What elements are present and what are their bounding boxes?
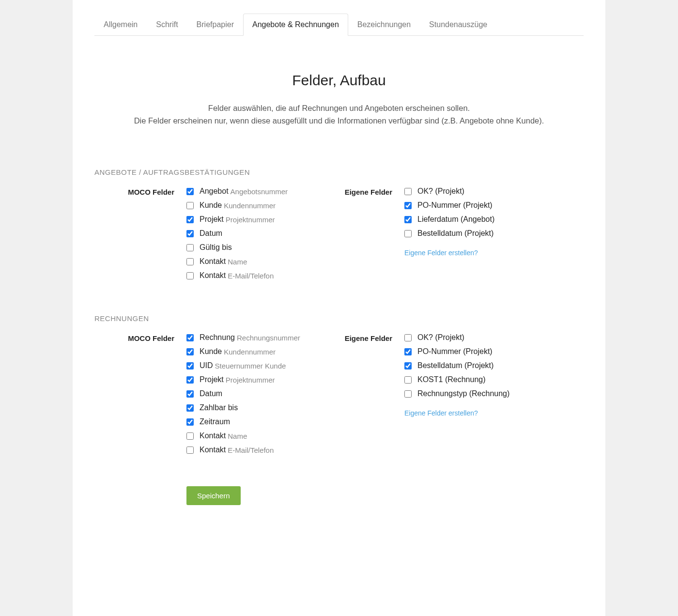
- page-title: Felder, Aufbau: [116, 72, 562, 89]
- field-sub-label: Name: [228, 432, 247, 440]
- link-create-custom-fields-invoices[interactable]: Eigene Felder erstellen?: [404, 409, 478, 417]
- field-checkbox[interactable]: [404, 348, 412, 355]
- field-checkbox[interactable]: [404, 390, 412, 398]
- tab-schrift[interactable]: Schrift: [147, 14, 187, 36]
- section-heading-offers: ANGEBOTE / AUFTRAGSBESTÄTIGUNGEN: [94, 168, 584, 176]
- label-eigene-felder-invoices: Eigene Felder: [341, 333, 404, 460]
- field-row: KontaktName: [186, 257, 341, 266]
- field-checkbox[interactable]: [186, 432, 194, 440]
- field-sub-label: Name: [228, 258, 247, 266]
- field-sub-label: Angebotsnummer: [231, 187, 288, 196]
- tab-angebote-rechnungen[interactable]: Angebote & Rechnungen: [243, 14, 348, 36]
- field-row: KOST1 (Rechnung): [404, 375, 584, 384]
- field-checkbox[interactable]: [186, 272, 194, 279]
- field-main-label: Kontakt: [200, 271, 226, 280]
- field-row: OK? (Projekt): [404, 187, 584, 196]
- field-main-label: Bestelldatum (Projekt): [417, 229, 493, 238]
- field-main-label: Datum: [200, 389, 222, 398]
- tab-stundenauszuege[interactable]: Stundenauszüge: [420, 14, 496, 36]
- field-checkbox[interactable]: [404, 188, 412, 195]
- field-main-label: Kunde: [200, 201, 222, 210]
- field-sub-label: Steuernummer Kunde: [215, 362, 286, 370]
- field-checkbox[interactable]: [186, 188, 194, 195]
- field-checkbox[interactable]: [186, 244, 194, 251]
- field-checkbox[interactable]: [186, 202, 194, 209]
- label-moco-felder-offers: MOCO Felder: [94, 187, 186, 285]
- field-checkbox[interactable]: [186, 230, 194, 237]
- field-main-label: Datum: [200, 229, 222, 238]
- field-row: Bestelldatum (Projekt): [404, 361, 584, 370]
- field-sub-label: Kundennummer: [224, 201, 276, 210]
- link-create-custom-fields-offers[interactable]: Eigene Felder erstellen?: [404, 249, 478, 257]
- label-moco-felder-invoices: MOCO Felder: [94, 333, 186, 460]
- offers-moco-field-list: AngebotAngebotsnummerKundeKundennummerPr…: [186, 187, 341, 285]
- field-row: Zeitraum: [186, 417, 341, 426]
- field-main-label: Rechnung: [200, 333, 235, 342]
- label-eigene-felder-offers: Eigene Felder: [341, 187, 404, 285]
- field-main-label: OK? (Projekt): [417, 187, 464, 196]
- field-row: KundeKundennummer: [186, 201, 341, 210]
- field-main-label: PO-Nummer (Projekt): [417, 201, 493, 210]
- field-checkbox[interactable]: [186, 447, 194, 454]
- field-row: Rechnungstyp (Rechnung): [404, 389, 584, 398]
- field-checkbox[interactable]: [404, 202, 412, 209]
- field-row: KontaktName: [186, 431, 341, 440]
- field-checkbox[interactable]: [186, 418, 194, 426]
- field-main-label: OK? (Projekt): [417, 333, 464, 342]
- field-checkbox[interactable]: [404, 334, 412, 341]
- field-checkbox[interactable]: [186, 376, 194, 384]
- field-row: KontaktE-Mail/Telefon: [186, 271, 341, 280]
- field-row: Lieferdatum (Angebot): [404, 215, 584, 224]
- field-main-label: Projekt: [200, 375, 224, 384]
- field-checkbox[interactable]: [186, 390, 194, 398]
- field-main-label: Angebot: [200, 187, 229, 196]
- field-checkbox[interactable]: [186, 258, 194, 265]
- field-checkbox[interactable]: [404, 216, 412, 223]
- field-main-label: Projekt: [200, 215, 224, 224]
- field-row: Datum: [186, 389, 341, 398]
- field-checkbox[interactable]: [186, 334, 194, 341]
- tab-allgemein[interactable]: Allgemein: [94, 14, 147, 36]
- field-row: ProjektProjektnummer: [186, 215, 341, 224]
- field-checkbox[interactable]: [404, 362, 412, 370]
- field-row: PO-Nummer (Projekt): [404, 201, 584, 210]
- field-checkbox[interactable]: [404, 230, 412, 237]
- tab-briefpapier[interactable]: Briefpapier: [187, 14, 243, 36]
- field-row: Zahlbar bis: [186, 403, 341, 412]
- field-row: ProjektProjektnummer: [186, 375, 341, 384]
- field-main-label: Zeitraum: [200, 417, 230, 426]
- field-row: UIDSteuernummer Kunde: [186, 361, 341, 370]
- field-sub-label: E-Mail/Telefon: [228, 272, 274, 280]
- field-sub-label: E-Mail/Telefon: [228, 446, 274, 454]
- field-row: RechnungRechnungsnummer: [186, 333, 341, 342]
- field-checkbox[interactable]: [404, 376, 412, 384]
- field-checkbox[interactable]: [186, 216, 194, 223]
- field-row: OK? (Projekt): [404, 333, 584, 342]
- field-main-label: Kontakt: [200, 257, 226, 266]
- field-main-label: Zahlbar bis: [200, 403, 238, 412]
- field-row: KundeKundennummer: [186, 347, 341, 356]
- field-row: Datum: [186, 229, 341, 238]
- field-checkbox[interactable]: [186, 404, 194, 412]
- field-sub-label: Projektnummer: [226, 376, 275, 384]
- field-row: PO-Nummer (Projekt): [404, 347, 584, 356]
- field-main-label: Rechnungstyp (Rechnung): [417, 389, 509, 398]
- section-heading-invoices: RECHNUNGEN: [94, 314, 584, 323]
- field-row: AngebotAngebotsnummer: [186, 187, 341, 196]
- field-row: Bestelldatum (Projekt): [404, 229, 584, 238]
- field-main-label: Lieferdatum (Angebot): [417, 215, 494, 224]
- field-row: KontaktE-Mail/Telefon: [186, 446, 341, 454]
- field-sub-label: Rechnungsnummer: [237, 334, 300, 342]
- save-button[interactable]: Speichern: [186, 486, 241, 505]
- invoices-custom-field-list: OK? (Projekt)PO-Nummer (Projekt)Bestelld…: [404, 333, 584, 398]
- field-main-label: Kontakt: [200, 446, 226, 454]
- offers-custom-field-list: OK? (Projekt)PO-Nummer (Projekt)Lieferda…: [404, 187, 584, 238]
- invoices-moco-field-list: RechnungRechnungsnummerKundeKundennummer…: [186, 333, 341, 460]
- field-sub-label: Projektnummer: [226, 216, 275, 224]
- field-checkbox[interactable]: [186, 362, 194, 370]
- tab-bar: Allgemein Schrift Briefpapier Angebote &…: [94, 0, 584, 36]
- field-main-label: Kontakt: [200, 431, 226, 440]
- field-checkbox[interactable]: [186, 348, 194, 355]
- tab-bezeichnungen[interactable]: Bezeichnungen: [348, 14, 420, 36]
- field-main-label: UID: [200, 361, 213, 370]
